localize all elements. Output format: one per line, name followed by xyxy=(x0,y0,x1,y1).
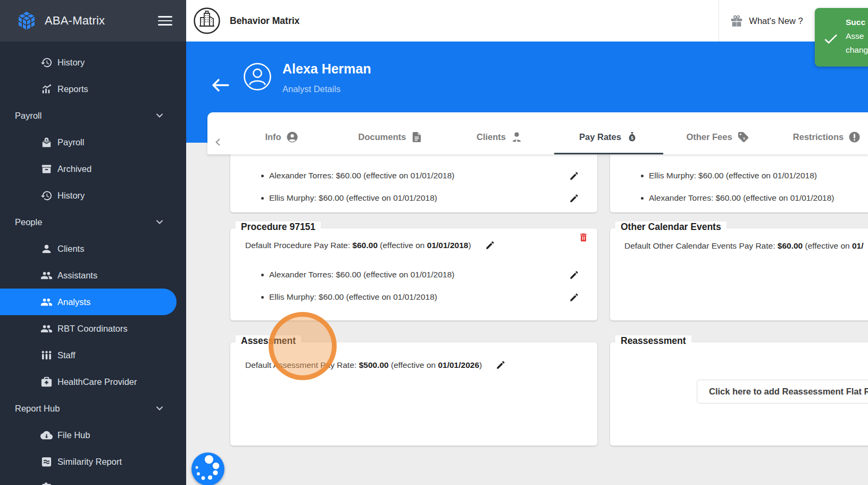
back-arrow-icon[interactable] xyxy=(211,78,230,93)
tab-pay-rates[interactable]: Pay Rates $ xyxy=(554,112,663,154)
person-bust-icon xyxy=(511,131,523,143)
default-rate-suffix: ) xyxy=(479,360,482,369)
sidebar-item-analysts[interactable]: Analysts xyxy=(0,289,177,315)
reassessment-card: Reassessment Click here to add Reassessm… xyxy=(610,342,868,446)
svg-text:$: $ xyxy=(743,136,745,140)
sidebar-item-history[interactable]: History xyxy=(0,49,186,76)
sidebar-item-label: Payroll xyxy=(57,137,84,147)
sidebar-item-similarity-report[interactable]: Similarity Report xyxy=(0,448,186,475)
trash-icon[interactable] xyxy=(578,232,589,243)
reports-icon xyxy=(39,82,53,96)
card-title: Assessment xyxy=(236,335,301,347)
toast-line-1: Succ xyxy=(846,15,868,29)
sidebar-item-rbt-coordinators[interactable]: RBT Coordinators xyxy=(0,315,186,342)
tab-clients[interactable]: Clients xyxy=(445,112,554,154)
staff-icon xyxy=(39,348,53,362)
sidebar-item-label: Clients xyxy=(57,244,84,254)
tab-label: Restrictions xyxy=(793,132,844,142)
default-rate-date: 01/01/2018 xyxy=(427,241,469,250)
chevron-down-icon xyxy=(155,111,164,120)
person-circle-icon xyxy=(286,131,298,143)
edit-pencil-icon[interactable] xyxy=(496,360,506,370)
gift-icon xyxy=(730,14,744,28)
edit-pencil-icon[interactable] xyxy=(569,270,579,280)
other-calendar-events-card: Other Calendar Events Default Other Cale… xyxy=(610,228,868,320)
cube-logo-icon xyxy=(16,10,37,31)
dots-circle-widget[interactable] xyxy=(191,453,224,485)
pay-rate-entries: Ellis Murphy: $60.00 (effective on 01/01… xyxy=(640,165,868,209)
sidebar-item-clients[interactable]: Clients xyxy=(0,235,186,262)
pay-rate-entry: Alexander Torres: $60.00 (effective on 0… xyxy=(640,187,868,209)
entry-text: Alexander Torres: $60.00 (effective on 0… xyxy=(269,270,454,280)
sidebar-item-label: Analysts xyxy=(57,297,90,307)
tab-label: Info xyxy=(265,132,281,142)
payroll-icon: $ xyxy=(39,135,53,149)
sidebar: ABA-Matrix History Reports Payroll $ Pay… xyxy=(0,0,186,485)
sidebar-item-partial[interactable] xyxy=(0,475,186,485)
pay-rate-entry: Ellis Murphy: $60.00 (effective on 01/01… xyxy=(261,286,579,308)
default-rate-value: $500.00 xyxy=(359,360,389,369)
entry-text: Alexander Torres: $60.00 (effective on 0… xyxy=(649,193,834,203)
tab-info[interactable]: Info xyxy=(227,112,336,154)
sidebar-item-payroll-history[interactable]: History xyxy=(0,182,186,209)
sidebar-group-label: Report Hub xyxy=(15,404,60,414)
avatar-icon xyxy=(243,62,272,91)
sidebar-item-assistants[interactable]: Assistants xyxy=(0,262,186,289)
sidebar-item-label: Staff xyxy=(57,350,76,360)
sidebar-item-label: File Hub xyxy=(57,430,90,440)
history-icon xyxy=(39,55,53,69)
sidebar-item-label: HealthCare Provider xyxy=(57,377,137,387)
page-title: Alexa Herman xyxy=(282,61,371,77)
hamburger-menu-icon[interactable] xyxy=(158,13,172,28)
default-rate-value: $60.00 xyxy=(778,241,803,250)
whats-new-button[interactable]: What's New ? xyxy=(719,0,814,42)
pay-rate-entry: Alexander Torres: $60.00 (effective on 0… xyxy=(261,165,579,187)
sidebar-group-label: Payroll xyxy=(15,111,41,121)
card-title: Reassessment xyxy=(615,335,691,347)
edit-pencil-icon[interactable] xyxy=(569,171,579,181)
brand-title: ABA-Matrix xyxy=(45,14,158,28)
sidebar-item-label: Archived xyxy=(57,164,91,174)
sidebar-group-people[interactable]: People xyxy=(0,209,186,235)
edit-pencil-icon[interactable] xyxy=(485,240,495,250)
toast-message: Succ Asse chang xyxy=(846,15,868,57)
sidebar-group-report-hub[interactable]: Report Hub xyxy=(0,395,186,422)
edit-pencil-icon[interactable] xyxy=(569,292,579,302)
sidebar-item-file-hub[interactable]: File Hub xyxy=(0,422,186,448)
entry-text: Ellis Murphy: $60.00 (effective on 01/01… xyxy=(269,292,437,302)
chevron-down-icon xyxy=(155,218,164,226)
chevron-left-icon[interactable] xyxy=(214,138,222,146)
sidebar-item-healthcare-provider[interactable]: HealthCare Provider xyxy=(0,368,186,395)
edit-pencil-icon[interactable] xyxy=(569,193,579,203)
sidebar-item-staff[interactable]: Staff xyxy=(0,342,186,368)
toast-line-3: chang xyxy=(846,43,868,57)
people-icon xyxy=(39,295,53,309)
check-icon xyxy=(822,30,839,47)
sidebar-item-archived[interactable]: Archived xyxy=(0,155,186,182)
assessment-card: Assessment Default Assessment Pay Rate: … xyxy=(230,342,597,446)
tab-label: Pay Rates xyxy=(579,132,621,142)
sidebar-header: ABA-Matrix xyxy=(0,0,186,42)
pay-rate-entries: Alexander Torres: $60.00 (effective on 0… xyxy=(261,165,579,209)
whats-new-label: What's New ? xyxy=(749,16,803,26)
sidebar-group-payroll[interactable]: Payroll xyxy=(0,102,186,129)
tab-restrictions[interactable]: Restrictions xyxy=(772,112,868,154)
sidebar-item-label: Assistants xyxy=(57,270,97,281)
archive-icon xyxy=(39,162,53,176)
pay-rate-entry: Ellis Murphy: $60.00 (effective on 01/01… xyxy=(261,187,579,209)
tab-documents[interactable]: Documents xyxy=(336,112,445,154)
history-icon xyxy=(39,188,53,202)
building-logo-icon xyxy=(193,7,221,35)
person-icon xyxy=(39,242,53,256)
sidebar-item-payroll[interactable]: $ Payroll xyxy=(0,129,186,155)
sidebar-item-label: History xyxy=(57,191,85,201)
default-rate-date: 01/ xyxy=(852,241,864,250)
toast-line-2: Asse xyxy=(846,29,868,43)
pay-rate-entries: Alexander Torres: $60.00 (effective on 0… xyxy=(261,264,579,308)
default-rate-value: $60.00 xyxy=(353,241,378,250)
tab-other-fees[interactable]: Other Fees $ xyxy=(663,112,772,154)
add-reassessment-flat-rate-button[interactable]: Click here to add Reassessment Flat Ra xyxy=(697,380,868,404)
default-rate-date: 01/01/2026 xyxy=(438,360,479,369)
sidebar-item-reports[interactable]: Reports xyxy=(0,76,186,102)
document-icon xyxy=(411,131,423,143)
